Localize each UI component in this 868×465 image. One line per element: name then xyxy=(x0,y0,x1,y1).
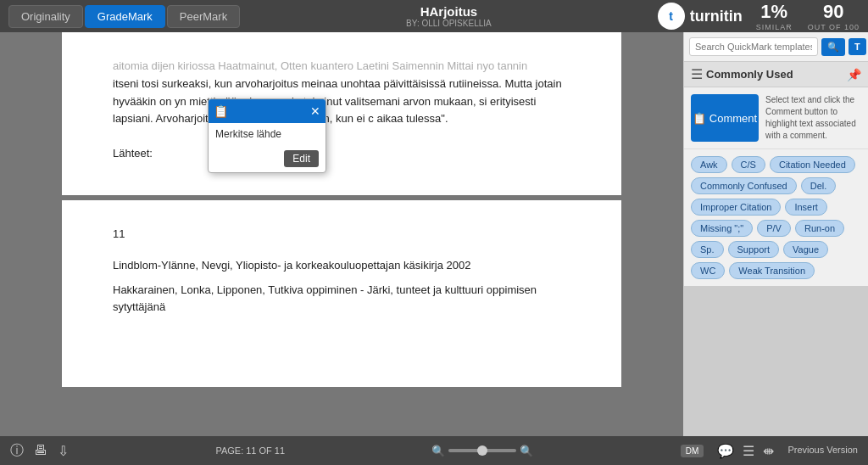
stats-block: 1% SIMILAR 90 OUT OF 100 xyxy=(756,1,860,31)
dm-box[interactable]: DM xyxy=(681,445,704,457)
bubble-icon[interactable]: 💬 xyxy=(717,443,734,459)
panel-title: Commonly Used xyxy=(706,68,793,81)
page-2: 11 Lindblom-Ylänne, Nevgi, Yliopisto- ja… xyxy=(62,200,621,387)
comment-btn-label: Comment xyxy=(709,112,757,125)
tooltip-edit-button[interactable]: Edit xyxy=(284,150,319,167)
lines-icon[interactable]: ☰ xyxy=(743,443,754,459)
gray-section xyxy=(684,286,868,436)
tooltip-footer: Edit xyxy=(209,147,326,172)
tooltip-close-button[interactable]: ✕ xyxy=(310,104,320,118)
main-area: 📋 ✕ Merkitse lähde Edit aitomia dijen ki… xyxy=(0,32,868,436)
tag-commonly-confused[interactable]: Commonly Confused xyxy=(691,177,797,194)
tag-sp-[interactable]: Sp. xyxy=(691,241,724,258)
top-bar: Originality GradeMark PeerMark HArjoitus… xyxy=(0,0,868,32)
tooltip-body: Merkitse lähde xyxy=(209,123,326,146)
page-1: 📋 ✕ Merkitse lähde Edit aitomia dijen ki… xyxy=(62,32,621,195)
stat-score: 90 OUT OF 100 xyxy=(808,1,860,31)
search-t-button[interactable]: T xyxy=(849,38,866,55)
document-subtitle: BY: OLLI OPISKELLIA xyxy=(240,19,657,28)
tab-peermark[interactable]: PeerMark xyxy=(167,5,240,28)
stat-similar-label: SIMILAR xyxy=(756,23,793,31)
turnitin-icon: t xyxy=(658,3,685,30)
stat-similar-value: 1% xyxy=(756,1,793,23)
tags-section: AwkC/SCitation NeededCommonly ConfusedDe… xyxy=(684,149,868,286)
comment-section: 📋 Comment Select text and click the Comm… xyxy=(684,87,868,149)
tag-c-s[interactable]: C/S xyxy=(732,156,765,173)
tab-group: Originality GradeMark PeerMark xyxy=(8,5,240,28)
grid-icon[interactable]: ⇼ xyxy=(763,443,774,459)
tag-weak-transition[interactable]: Weak Transition xyxy=(729,262,815,279)
list-icon[interactable]: ☰ xyxy=(691,66,703,82)
bottom-icons-left: ⓘ 🖶 ⇩ xyxy=(10,442,69,460)
panel-header-left: ☰ Commonly Used xyxy=(691,66,793,82)
turnitin-logo: t turnitin xyxy=(658,3,743,30)
stat-similar: 1% SIMILAR xyxy=(756,1,793,31)
document-area: 📋 ✕ Merkitse lähde Edit aitomia dijen ki… xyxy=(0,32,683,436)
page1-line1: itseni tosi surkeaksi, kun arvoharjoitus… xyxy=(113,77,562,126)
stat-score-value: 90 xyxy=(808,1,860,23)
tag-support[interactable]: Support xyxy=(728,241,780,258)
pin-icon[interactable]: 📌 xyxy=(847,68,861,81)
tag-missing----[interactable]: Missing ";" xyxy=(691,220,753,237)
prev-version-button[interactable]: Previous Version xyxy=(787,445,858,456)
zoom-thumb xyxy=(477,445,487,456)
bottom-bar: ⓘ 🖶 ⇩ PAGE: 11 OF 11 🔍 🔍 DM 💬 ☰ ⇼ Previo… xyxy=(0,436,868,465)
tooltip-popup: 📋 ✕ Merkitse lähde Edit xyxy=(208,98,326,173)
tag-p-v[interactable]: P/V xyxy=(757,220,791,237)
tag-awk[interactable]: Awk xyxy=(691,156,727,173)
tag-vague[interactable]: Vague xyxy=(783,241,828,258)
page2-ref1: Lindblom-Ylänne, Nevgi, Yliopisto- ja ko… xyxy=(113,257,570,275)
tab-originality[interactable]: Originality xyxy=(8,5,83,28)
turnitin-label: turnitin xyxy=(690,8,743,25)
tooltip-label: Merkitse lähde xyxy=(215,128,281,140)
tab-grademark[interactable]: GradeMark xyxy=(85,5,165,28)
zoom-slider[interactable] xyxy=(448,449,516,452)
tag-wc[interactable]: WC xyxy=(691,262,725,279)
tag-run-on[interactable]: Run-on xyxy=(795,220,844,237)
zoom-controls: 🔍 🔍 xyxy=(431,445,533,457)
bottom-icons-right: DM 💬 ☰ ⇼ Previous Version xyxy=(681,443,858,459)
page2-ref2: Hakkarainen, Lonka, Lipponen, Tutkiva op… xyxy=(113,282,570,317)
comment-button[interactable]: 📋 Comment xyxy=(691,94,759,142)
bottom-icon-group: 💬 ☰ ⇼ xyxy=(717,443,774,459)
document-title: HArjoitus xyxy=(240,4,657,19)
zoom-out-icon[interactable]: 🔍 xyxy=(431,445,445,457)
print-icon[interactable]: 🖶 xyxy=(34,443,47,458)
search-button[interactable]: 🔍 xyxy=(821,38,845,56)
stat-score-label: OUT OF 100 xyxy=(808,23,860,31)
page2-num: 11 xyxy=(113,226,570,244)
zoom-in-icon[interactable]: 🔍 xyxy=(520,445,533,457)
title-block: HArjoitus BY: OLLI OPISKELLIA xyxy=(240,4,657,28)
tag-improper-citation[interactable]: Improper Citation xyxy=(691,199,781,216)
page-indicator: PAGE: 11 OF 11 xyxy=(215,445,285,456)
right-panel: 🔍 T ☰ Commonly Used 📌 📋 Comment Select t… xyxy=(683,32,868,436)
page1-text: aitomia dijen kiriossa Haatmainut, Otten… xyxy=(113,58,570,128)
tag-del-[interactable]: Del. xyxy=(801,177,837,194)
tag-insert[interactable]: Insert xyxy=(785,199,827,216)
tag-citation-needed[interactable]: Citation Needed xyxy=(770,156,855,173)
panel-header: ☰ Commonly Used 📌 xyxy=(684,62,868,87)
info-icon[interactable]: ⓘ xyxy=(10,442,24,460)
comment-description: Select text and click the Comment button… xyxy=(765,94,861,142)
tooltip-header: 📋 ✕ xyxy=(209,99,326,123)
document-scroll[interactable]: 📋 ✕ Merkitse lähde Edit aitomia dijen ki… xyxy=(0,32,683,436)
download-icon[interactable]: ⇩ xyxy=(58,443,69,459)
tooltip-copy-icon: 📋 xyxy=(214,102,228,120)
page1-lahteet: Lähteet: xyxy=(113,145,570,163)
search-input[interactable] xyxy=(689,37,818,56)
comment-icon: 📋 xyxy=(693,112,706,125)
search-bar: 🔍 T xyxy=(684,32,868,62)
